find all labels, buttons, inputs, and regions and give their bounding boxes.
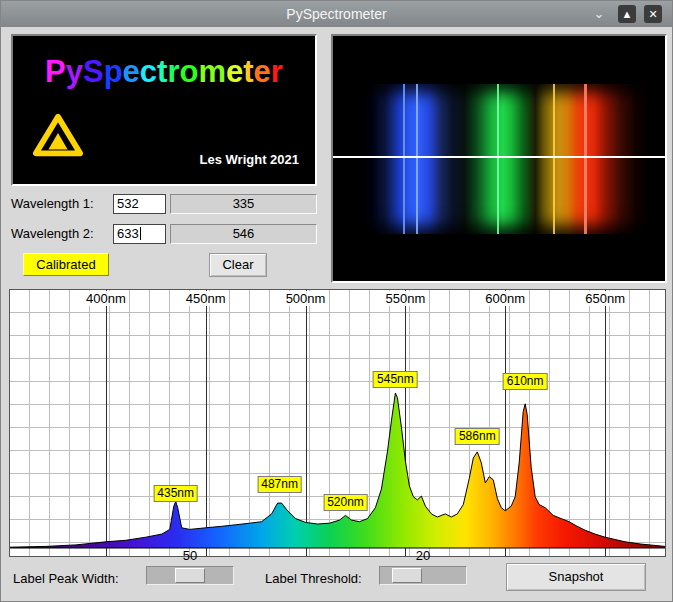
spectrum-plot-svg [10,290,665,556]
emission-line [584,84,587,234]
emission-line [416,84,418,234]
close-button[interactable]: ✕ [644,5,662,23]
peak-label: 487nm [257,476,302,493]
axis-tick-label: 550nm [384,291,428,306]
camera-panel [331,34,667,283]
wavelength2-label: Wavelength 2: [11,224,94,244]
axis-tick-label: 400nm [84,291,128,306]
peak-label: 520nm [323,494,368,511]
clear-button[interactable]: Clear [209,253,267,277]
threshold-label: Label Threshold: [265,571,362,586]
wavelength2-pixel-field: 546 [170,224,317,244]
axis-tick-label: 600nm [483,291,527,306]
wavelength2-input-value: 633 [117,226,139,241]
credit-text: Les Wright 2021 [200,152,299,167]
peak-width-label: Label Peak Width: [13,571,119,586]
app-window: PySpectrometer ⌄ ▲ ✕ PySpectrometer Les … [0,0,673,602]
peak-label: 586nm [455,428,500,445]
threshold-slider[interactable] [379,566,467,585]
peak-label: 610nm [503,373,548,390]
emission-line [403,84,405,234]
axis-tick-label: 500nm [284,291,328,306]
wavelength1-input[interactable]: 532 [113,194,166,214]
maximize-button[interactable]: ▲ [618,5,636,23]
wavelength1-input-value: 532 [117,196,139,211]
snapshot-button[interactable]: Snapshot [506,563,646,591]
peak-label: 435nm [153,485,198,502]
wavelength1-label: Wavelength 1: [11,194,94,214]
plot-area: 400nm450nm500nm550nm600nm650nm435nm487nm… [10,290,665,556]
wavelength1-pixel-field: 335 [170,194,317,214]
window-titlebar: PySpectrometer ⌄ ▲ ✕ [1,1,672,27]
calibrated-button[interactable]: Calibrated [23,253,109,276]
peak-width-slider-handle[interactable] [175,568,205,583]
wavelength2-input[interactable]: 633 [113,224,166,244]
logo-panel: PySpectrometer Les Wright 2021 [11,34,317,186]
shade-button[interactable]: ⌄ [590,5,608,23]
peak-label: 545nm [373,371,418,388]
axis-tick-label: 450nm [184,291,228,306]
window-title: PySpectrometer [1,1,672,27]
logo-triangle-icon [33,112,83,158]
threshold-slider-handle[interactable] [392,568,422,583]
axis-tick-label: 650nm [583,291,627,306]
text-cursor [140,227,141,240]
peak-width-slider[interactable] [146,566,234,585]
emission-line [497,84,499,234]
emission-line [553,84,555,234]
logo-text: PySpectrometer [13,54,315,90]
sample-row-line [333,156,665,158]
spectrum-graph: 400nm450nm500nm550nm600nm650nm435nm487nm… [9,289,666,557]
camera-feed [359,84,653,234]
